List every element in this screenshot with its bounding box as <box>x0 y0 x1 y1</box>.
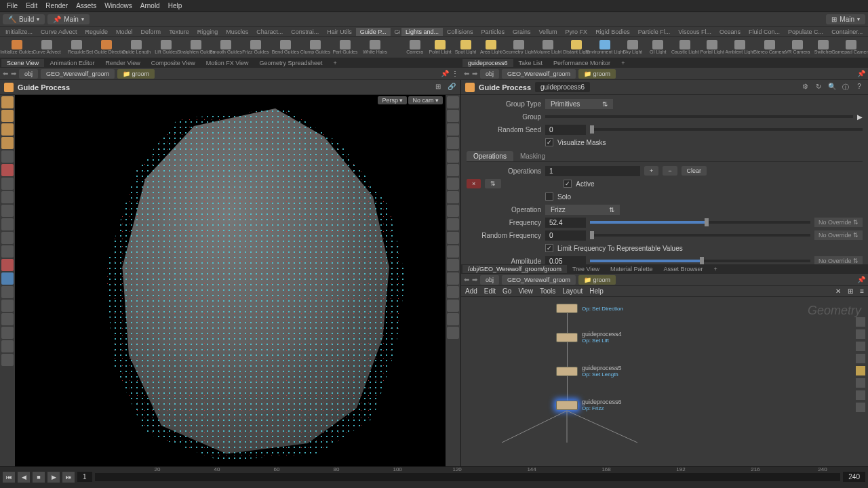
shelf-tab[interactable]: Particle Fl... <box>634 28 675 36</box>
shelf-tab[interactable]: Initialize... <box>1 28 37 36</box>
node-tool-icon[interactable]: ⊞ <box>848 287 853 295</box>
shelf-tab[interactable]: Vellum <box>535 28 561 36</box>
display-icon[interactable] <box>856 366 865 375</box>
prev-frame-button[interactable]: ◀ <box>18 472 30 483</box>
tool-curve-advect[interactable]: Curve Advect <box>33 37 61 58</box>
first-frame-button[interactable]: ⏮ <box>3 472 15 483</box>
tab-operations[interactable]: Operations <box>467 151 513 161</box>
back-icon[interactable]: ⬅ <box>464 276 469 283</box>
amplitude-field[interactable]: 0.05 <box>545 256 586 265</box>
tab-composite[interactable]: Composite View <box>146 59 201 67</box>
tool-smooth[interactable]: Smooth Guides <box>212 37 240 58</box>
stop-button[interactable]: ■ <box>33 472 45 483</box>
tab-node-params[interactable]: guideprocess6 <box>462 59 513 67</box>
node[interactable]: Op: Set Direction <box>556 304 623 313</box>
tool-ambient-light[interactable]: Ambient Light <box>726 37 754 58</box>
path-obj[interactable]: obj <box>19 69 38 79</box>
back-icon[interactable]: ⬅ <box>3 70 8 77</box>
select-tool-icon[interactable] <box>1 96 14 108</box>
tool-switcher[interactable]: Switcher <box>812 37 835 58</box>
tool-vr-cam[interactable]: VR Camera <box>785 37 810 58</box>
shelf-tab[interactable]: Reguide <box>81 28 113 36</box>
menu-render[interactable]: Render <box>41 1 72 11</box>
shelf-tab[interactable]: Charact... <box>252 28 287 36</box>
node-tool-icon[interactable]: ✕ <box>835 287 841 295</box>
node-tool-icon[interactable]: ≡ <box>860 287 864 295</box>
lock-icon[interactable] <box>1 164 14 176</box>
shelf-tab[interactable]: Viscous Fl... <box>674 28 715 36</box>
node-menu-view[interactable]: View <box>518 287 533 295</box>
camera-selector[interactable]: No cam ▾ <box>408 96 443 104</box>
tool-icon[interactable] <box>1 245 14 258</box>
rotate-tool-icon[interactable] <box>1 123 14 136</box>
tab-network[interactable]: /obj/GEO_Werewolf_groom/groom <box>462 265 567 273</box>
forward-icon[interactable]: ➡ <box>472 276 477 283</box>
node-menu-go[interactable]: Go <box>502 287 511 295</box>
tool-icon[interactable] <box>1 300 14 312</box>
viewport-canvas[interactable]: Persp ▾ No cam ▾ <box>15 95 446 466</box>
tab-take-list[interactable]: Take List <box>513 59 549 67</box>
tab-add[interactable]: + <box>328 59 342 67</box>
gear-icon[interactable]: ⚙ <box>800 83 810 92</box>
path-groom[interactable]: 📁 groom <box>578 69 616 79</box>
menu-arnold[interactable]: Arnold <box>136 1 164 11</box>
clear-button[interactable]: Clear <box>682 166 707 176</box>
tool-icon[interactable] <box>1 218 14 230</box>
render-icon[interactable] <box>1 354 14 366</box>
ops-count-field[interactable]: 1 <box>545 166 640 176</box>
menu-windows[interactable]: Windows <box>100 1 136 11</box>
desktop-selector[interactable]: ⊞ Main ▾ <box>826 14 865 24</box>
rand-frequency-field[interactable]: 0 <box>545 230 586 241</box>
display-icon[interactable] <box>447 286 459 298</box>
reorder-button[interactable]: ⇅ <box>485 179 501 188</box>
display-icon[interactable] <box>447 123 459 136</box>
shelf-tab[interactable]: Model <box>112 28 137 36</box>
tab-perf-monitor[interactable]: Performance Monitor <box>548 59 616 67</box>
tab-masking[interactable]: Masking <box>513 151 552 161</box>
solo-checkbox[interactable] <box>545 192 553 201</box>
active-checkbox[interactable] <box>564 180 572 188</box>
shelf-tab[interactable]: Muscles <box>222 28 252 36</box>
menu-assets[interactable]: Assets <box>72 1 100 11</box>
amplitude-slider[interactable] <box>590 260 810 262</box>
tool-geo-light[interactable]: Geometry Light <box>505 37 533 58</box>
node-menu-layout[interactable]: Layout <box>562 287 583 295</box>
display-icon[interactable] <box>447 137 459 149</box>
shelf-tab[interactable]: Constrai... <box>287 28 323 36</box>
shelf-tab[interactable]: Hair Utils <box>323 28 356 36</box>
tool-init-guides[interactable]: Initialize Guides <box>3 37 31 58</box>
display-icon[interactable] <box>447 110 459 122</box>
arrow-icon[interactable]: ▶ <box>857 113 863 121</box>
play-button[interactable]: ▶ <box>47 472 60 483</box>
path-geo[interactable]: GEO_Werewolf_groom <box>41 69 115 79</box>
tool-icon[interactable] <box>1 205 14 217</box>
menu-file[interactable]: File <box>3 1 22 11</box>
tool-bend[interactable]: Bend Guides <box>271 37 300 58</box>
tool-env-light[interactable]: Environment Light <box>591 37 619 58</box>
tab-anim-editor[interactable]: Animation Editor <box>44 59 100 67</box>
magnet-icon[interactable] <box>1 259 14 271</box>
path-obj[interactable]: obj <box>480 69 499 79</box>
tool-portal-light[interactable]: Portal Light <box>701 37 724 58</box>
shelf-tab[interactable]: Fluid Con... <box>745 28 784 36</box>
tool-point-light[interactable]: Point Light <box>428 37 452 58</box>
last-frame-button[interactable]: ⏭ <box>62 472 75 483</box>
display-icon[interactable] <box>856 342 865 351</box>
tool-spot-light[interactable]: Spot Light <box>454 37 477 58</box>
tool-gamepad-cam[interactable]: Gamepad Camera <box>837 37 865 58</box>
timeline-track[interactable]: 20 40 60 80 100 120 144 168 192 216 240 <box>95 473 841 481</box>
path-geo[interactable]: GEO_Werewolf_groom <box>502 69 576 79</box>
delete-op-button[interactable]: × <box>467 179 481 188</box>
info-icon[interactable]: ⓘ <box>841 83 850 92</box>
display-icon[interactable] <box>447 232 459 244</box>
path-geo[interactable]: GEO_Werewolf_groom <box>502 275 576 285</box>
tool-gi-light[interactable]: GI Light <box>646 37 670 58</box>
display-icon[interactable] <box>447 191 459 203</box>
display-icon[interactable] <box>447 327 459 339</box>
pin-icon[interactable]: 📌 <box>441 70 449 77</box>
tool-icon[interactable] <box>1 286 14 298</box>
tool-clump[interactable]: Clump Guides <box>301 37 330 58</box>
node-guideprocess4[interactable]: guideprocess4Op: Set Lift <box>556 331 622 344</box>
tool-icon[interactable] <box>1 313 14 325</box>
shelf-tab[interactable]: Rigid Bodies <box>591 28 634 36</box>
